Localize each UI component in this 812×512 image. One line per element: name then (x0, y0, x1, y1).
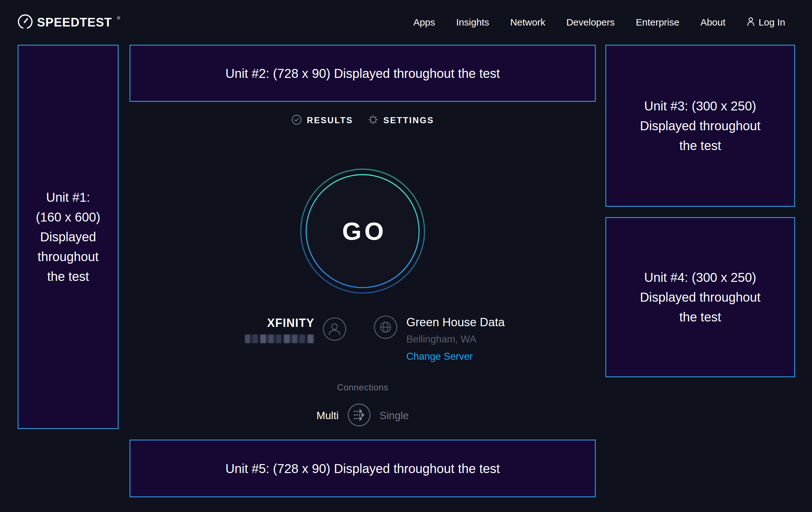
connections-title: Connections (337, 382, 388, 393)
nav-item-network[interactable]: Network (510, 17, 545, 28)
connections-toggle: Connections Multi Single (267, 382, 458, 429)
ad-unit-2-label: Unit #2: (728 x 90) Displayed throughout… (226, 63, 500, 83)
go-button[interactable]: GO (299, 167, 427, 295)
server-info: Green House Data Bellingham, WA Change S… (373, 315, 505, 362)
logo-wordmark: SPEEDTEST (37, 16, 112, 29)
redacted-ip (245, 334, 315, 343)
login-label: Log In (759, 17, 785, 28)
server-name: Green House Data (406, 316, 505, 329)
tab-settings-label: SETTINGS (383, 115, 434, 126)
go-label: GO (299, 167, 427, 295)
avatar-icon (322, 317, 347, 343)
nav-item-enterprise[interactable]: Enterprise (636, 17, 679, 28)
ad-unit-1[interactable]: Unit #1: (160 x 600) Displayed throughou… (18, 45, 119, 429)
ad-unit-5-label: Unit #5: (728 x 90) Displayed throughout… (226, 459, 500, 479)
login-button[interactable]: Log In (747, 17, 785, 28)
trademark-mark: ® (117, 16, 120, 21)
tab-results-label: RESULTS (307, 115, 353, 126)
multi-connection-arrows-icon[interactable] (346, 402, 372, 429)
nav-item-developers[interactable]: Developers (567, 17, 615, 28)
ad-unit-4[interactable]: Unit #4: (300 x 250) Displayed throughou… (605, 217, 795, 377)
tab-results[interactable]: RESULTS (291, 114, 353, 127)
ad-unit-5[interactable]: Unit #5: (728 x 90) Displayed throughout… (129, 439, 596, 497)
gauge-logo-icon (18, 15, 32, 30)
ad-unit-4-label: Unit #4: (300 x 250) Displayed throughou… (632, 268, 769, 327)
ad-unit-3-label: Unit #3: (300 x 250) Displayed throughou… (632, 96, 769, 156)
ad-unit-3[interactable]: Unit #3: (300 x 250) Displayed throughou… (605, 45, 795, 207)
isp-name: XFINITY (267, 317, 315, 329)
server-location: Bellingham, WA (406, 333, 476, 345)
connections-multi-option[interactable]: Multi (316, 409, 339, 422)
change-server-link[interactable]: Change Server (406, 351, 473, 362)
connections-single-option[interactable]: Single (379, 409, 409, 422)
speedtest-page: SPEEDTEST ® Apps Insights Network Develo… (0, 0, 812, 512)
main-nav: Apps Insights Network Developers Enterpr… (413, 17, 785, 28)
nav-item-about[interactable]: About (700, 17, 725, 28)
ad-unit-1-label: Unit #1: (160 x 600) Displayed throughou… (30, 187, 106, 286)
user-icon (747, 17, 755, 28)
speedtest-logo[interactable]: SPEEDTEST ® (18, 15, 120, 30)
nav-item-insights[interactable]: Insights (456, 17, 489, 28)
nav-item-apps[interactable]: Apps (413, 17, 435, 28)
tab-settings[interactable]: SETTINGS (368, 114, 434, 127)
top-nav-bar: SPEEDTEST ® Apps Insights Network Develo… (0, 0, 812, 45)
results-settings-tabs: RESULTS (267, 114, 458, 127)
check-circle-icon (291, 114, 302, 127)
gear-icon (368, 114, 379, 127)
isp-info: XFINITY (245, 315, 347, 343)
ad-unit-2[interactable]: Unit #2: (728 x 90) Displayed throughout… (129, 45, 596, 102)
globe-icon (373, 315, 398, 341)
